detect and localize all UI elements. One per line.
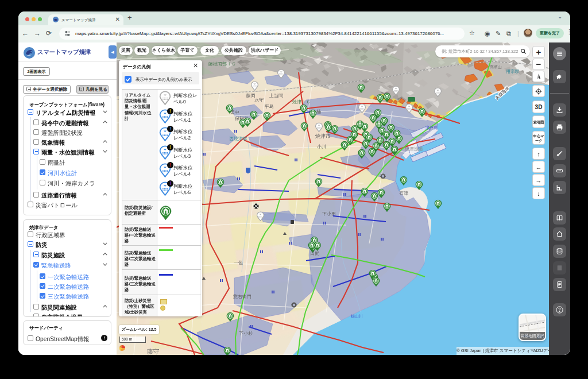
svg-text:西焼津駅: 西焼津駅 xyxy=(229,136,247,141)
svg-text:上当間: 上当間 xyxy=(269,93,283,98)
svg-text:下小杉: 下小杉 xyxy=(239,331,253,336)
svg-text:栃山川: 栃山川 xyxy=(351,314,363,319)
svg-text:用宗駅: 用宗駅 xyxy=(506,69,520,74)
svg-text:一色: 一色 xyxy=(234,260,243,265)
svg-text:焼津漁港: 焼津漁港 xyxy=(405,146,423,152)
svg-text:田尻: 田尻 xyxy=(310,251,319,256)
svg-text:藤守: 藤守 xyxy=(147,348,160,355)
svg-text:焼津市: 焼津市 xyxy=(315,133,331,139)
svg-text:瀬戸川: 瀬戸川 xyxy=(425,126,438,130)
svg-text:藤枝岡部ＩＣ: 藤枝岡部ＩＣ xyxy=(208,61,236,67)
svg-text:高草山: 高草山 xyxy=(490,65,502,69)
svg-text:惣右衛門: 惣右衛門 xyxy=(233,294,252,299)
svg-text:水守: 水守 xyxy=(254,98,264,103)
svg-text:焼津ＩＣ: 焼津ＩＣ xyxy=(292,99,311,105)
svg-text:平島: 平島 xyxy=(265,104,274,109)
svg-text:下小田: 下小田 xyxy=(322,211,336,216)
svg-text:石津: 石津 xyxy=(399,191,408,196)
svg-text:小川: 小川 xyxy=(317,144,326,149)
